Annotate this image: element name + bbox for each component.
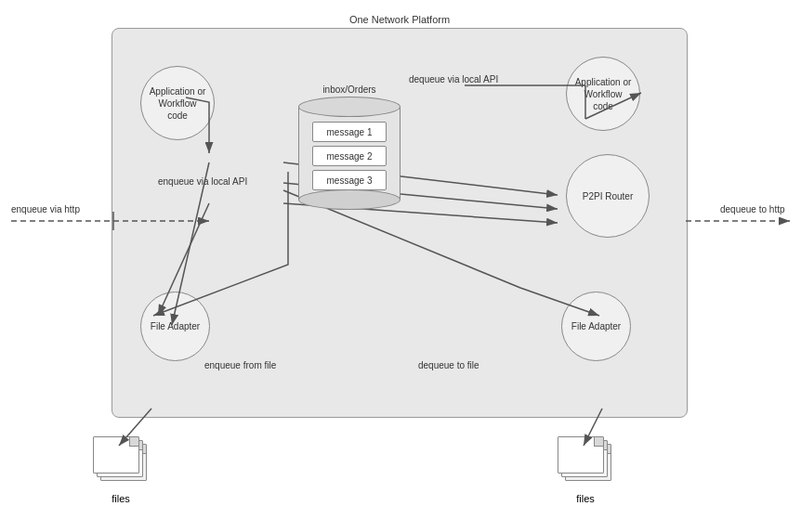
circle-file-adapter-left: File Adapter: [140, 292, 210, 361]
dequeue-to-file-label: dequeue to file: [418, 360, 479, 370]
cylinder-top: [298, 97, 400, 117]
circle-app-workflow-right: Application orWorkflowcode: [566, 57, 640, 131]
message-box-1: message 1: [312, 122, 387, 142]
files-right-label: files: [558, 493, 613, 504]
enqueue-http-label: enqueue via http: [11, 204, 80, 214]
enqueue-from-file-label: enqueue from file: [204, 360, 276, 370]
file-stack-right: files: [558, 436, 613, 504]
file-page-right-front: [558, 436, 604, 474]
cylinder-bottom: [298, 189, 400, 210]
enqueue-local-api-label: enqueue via local API: [158, 176, 247, 187]
platform-label: One Network Platform: [349, 14, 450, 25]
circle-app-workflow-left: Application orWorkflowcode: [140, 66, 215, 140]
files-left-label: files: [93, 493, 149, 504]
circle-file-adapter-right: File Adapter: [561, 292, 631, 361]
message-box-2: message 2: [312, 146, 387, 166]
circle-router: P2PI Router: [566, 154, 650, 238]
dequeue-http-label: dequeue to http: [720, 204, 785, 214]
file-page-left-front: [93, 436, 139, 474]
platform-box: One Network Platform Application orWorkf…: [112, 28, 688, 418]
inbox-label: inbox/Orders: [298, 84, 400, 95]
diagram-container: One Network Platform Application orWorkf…: [9, 9, 792, 523]
dequeue-local-api-label: dequeue via local API: [409, 74, 498, 84]
file-stack-left: files: [93, 436, 149, 504]
message-boxes: message 1 message 2 message 3: [312, 122, 387, 190]
message-box-3: message 3: [312, 170, 387, 190]
